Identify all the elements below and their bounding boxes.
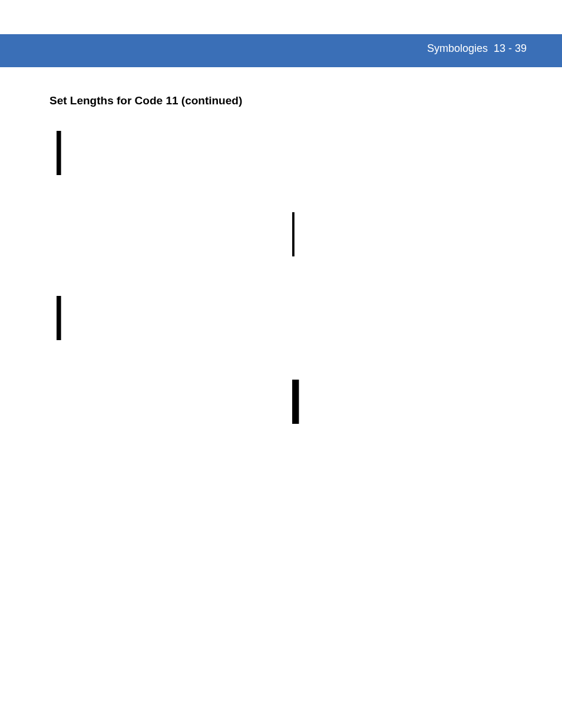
svg-rect-2 [57, 296, 61, 340]
svg-rect-1 [292, 212, 295, 256]
header-page-number: 13 - 39 [494, 42, 527, 54]
header-page-ref: Symbologies 13 - 39 [427, 42, 527, 55]
svg-rect-3 [292, 380, 299, 424]
barcode-3 [57, 296, 267, 340]
barcode-1 [57, 131, 267, 175]
section-title: Set Lengths for Code 11 (continued) [49, 94, 242, 107]
svg-rect-0 [57, 131, 61, 175]
header-chapter: Symbologies [427, 42, 488, 54]
page: Symbologies 13 - 39 Set Lengths for Code… [0, 0, 562, 728]
barcode-4 [292, 380, 503, 424]
barcode-2 [292, 212, 503, 256]
